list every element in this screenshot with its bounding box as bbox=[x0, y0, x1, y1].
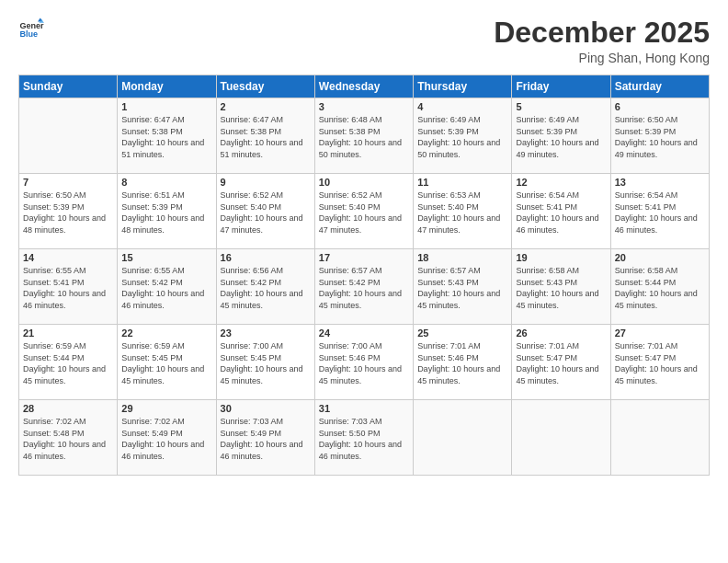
day-cell: 22Sunrise: 6:59 AM Sunset: 5:45 PM Dayli… bbox=[118, 325, 216, 400]
col-header-friday: Friday bbox=[512, 75, 610, 98]
day-info: Sunrise: 7:01 AM Sunset: 5:47 PM Dayligh… bbox=[516, 340, 606, 386]
day-info: Sunrise: 6:48 AM Sunset: 5:38 PM Dayligh… bbox=[319, 114, 409, 160]
day-cell: 2Sunrise: 6:47 AM Sunset: 5:38 PM Daylig… bbox=[216, 98, 314, 174]
day-number: 5 bbox=[516, 101, 606, 112]
day-cell: 7Sunrise: 6:50 AM Sunset: 5:39 PM Daylig… bbox=[19, 174, 118, 249]
day-number: 30 bbox=[221, 403, 311, 414]
day-info: Sunrise: 6:58 AM Sunset: 5:44 PM Dayligh… bbox=[615, 265, 705, 311]
day-cell: 25Sunrise: 7:01 AM Sunset: 5:46 PM Dayli… bbox=[414, 325, 512, 400]
day-cell: 19Sunrise: 6:58 AM Sunset: 5:43 PM Dayli… bbox=[512, 249, 610, 325]
calendar-page: General Blue December 2025 Ping Shan, Ho… bbox=[0, 0, 728, 563]
day-number: 18 bbox=[417, 252, 507, 263]
day-info: Sunrise: 6:49 AM Sunset: 5:39 PM Dayligh… bbox=[417, 114, 507, 160]
day-cell: 23Sunrise: 7:00 AM Sunset: 5:45 PM Dayli… bbox=[216, 325, 314, 400]
calendar-table: SundayMondayTuesdayWednesdayThursdayFrid… bbox=[18, 75, 710, 476]
day-info: Sunrise: 6:52 AM Sunset: 5:40 PM Dayligh… bbox=[319, 190, 409, 236]
day-number: 12 bbox=[516, 177, 606, 188]
day-info: Sunrise: 6:57 AM Sunset: 5:42 PM Dayligh… bbox=[319, 265, 409, 311]
day-number: 8 bbox=[121, 177, 211, 188]
week-row-5: 28Sunrise: 7:02 AM Sunset: 5:48 PM Dayli… bbox=[19, 400, 710, 476]
day-info: Sunrise: 6:53 AM Sunset: 5:40 PM Dayligh… bbox=[417, 190, 507, 236]
day-cell: 28Sunrise: 7:02 AM Sunset: 5:48 PM Dayli… bbox=[19, 400, 118, 476]
day-info: Sunrise: 6:55 AM Sunset: 5:42 PM Dayligh… bbox=[121, 265, 211, 311]
col-header-thursday: Thursday bbox=[414, 75, 512, 98]
day-number: 9 bbox=[221, 177, 311, 188]
day-info: Sunrise: 6:51 AM Sunset: 5:39 PM Dayligh… bbox=[121, 190, 211, 236]
day-info: Sunrise: 6:47 AM Sunset: 5:38 PM Dayligh… bbox=[121, 114, 211, 160]
day-number: 29 bbox=[121, 403, 211, 414]
day-number: 26 bbox=[516, 327, 606, 339]
day-cell bbox=[19, 98, 118, 174]
day-info: Sunrise: 7:02 AM Sunset: 5:48 PM Dayligh… bbox=[23, 416, 113, 462]
day-cell: 8Sunrise: 6:51 AM Sunset: 5:39 PM Daylig… bbox=[118, 174, 216, 249]
day-cell: 17Sunrise: 6:57 AM Sunset: 5:42 PM Dayli… bbox=[314, 249, 413, 325]
day-number: 17 bbox=[319, 252, 409, 263]
month-title: December 2025 bbox=[494, 17, 710, 49]
day-number: 10 bbox=[319, 177, 409, 188]
day-cell: 21Sunrise: 6:59 AM Sunset: 5:44 PM Dayli… bbox=[19, 325, 118, 400]
day-info: Sunrise: 6:50 AM Sunset: 5:39 PM Dayligh… bbox=[615, 114, 705, 160]
day-number: 4 bbox=[417, 101, 507, 112]
header: General Blue December 2025 Ping Shan, Ho… bbox=[18, 17, 710, 65]
day-number: 28 bbox=[23, 403, 113, 414]
day-number: 1 bbox=[121, 101, 211, 112]
day-info: Sunrise: 7:01 AM Sunset: 5:46 PM Dayligh… bbox=[417, 340, 507, 386]
day-cell: 24Sunrise: 7:00 AM Sunset: 5:46 PM Dayli… bbox=[314, 325, 413, 400]
day-info: Sunrise: 6:54 AM Sunset: 5:41 PM Dayligh… bbox=[615, 190, 705, 236]
col-header-wednesday: Wednesday bbox=[314, 75, 413, 98]
week-row-3: 14Sunrise: 6:55 AM Sunset: 5:41 PM Dayli… bbox=[19, 249, 710, 325]
day-number: 23 bbox=[221, 327, 311, 339]
day-info: Sunrise: 6:49 AM Sunset: 5:39 PM Dayligh… bbox=[516, 114, 606, 160]
day-number: 21 bbox=[23, 327, 113, 339]
day-number: 20 bbox=[615, 252, 705, 263]
day-cell: 6Sunrise: 6:50 AM Sunset: 5:39 PM Daylig… bbox=[610, 98, 709, 174]
day-info: Sunrise: 6:56 AM Sunset: 5:42 PM Dayligh… bbox=[221, 265, 311, 311]
location: Ping Shan, Hong Kong bbox=[494, 51, 710, 65]
day-number: 27 bbox=[615, 327, 705, 339]
day-number: 19 bbox=[516, 252, 606, 263]
day-cell bbox=[414, 400, 512, 476]
day-info: Sunrise: 6:52 AM Sunset: 5:40 PM Dayligh… bbox=[221, 190, 311, 236]
day-info: Sunrise: 7:02 AM Sunset: 5:49 PM Dayligh… bbox=[121, 416, 211, 462]
day-cell bbox=[512, 400, 610, 476]
day-number: 31 bbox=[319, 403, 409, 414]
day-cell: 29Sunrise: 7:02 AM Sunset: 5:49 PM Dayli… bbox=[118, 400, 216, 476]
day-info: Sunrise: 6:58 AM Sunset: 5:43 PM Dayligh… bbox=[516, 265, 606, 311]
col-header-sunday: Sunday bbox=[19, 75, 118, 98]
week-row-2: 7Sunrise: 6:50 AM Sunset: 5:39 PM Daylig… bbox=[19, 174, 710, 249]
day-cell: 4Sunrise: 6:49 AM Sunset: 5:39 PM Daylig… bbox=[414, 98, 512, 174]
day-number: 24 bbox=[319, 327, 409, 339]
day-cell: 13Sunrise: 6:54 AM Sunset: 5:41 PM Dayli… bbox=[610, 174, 709, 249]
day-cell: 5Sunrise: 6:49 AM Sunset: 5:39 PM Daylig… bbox=[512, 98, 610, 174]
day-cell: 15Sunrise: 6:55 AM Sunset: 5:42 PM Dayli… bbox=[118, 249, 216, 325]
day-info: Sunrise: 7:03 AM Sunset: 5:50 PM Dayligh… bbox=[319, 416, 409, 462]
day-number: 22 bbox=[121, 327, 211, 339]
logo: General Blue bbox=[18, 17, 44, 42]
day-info: Sunrise: 6:59 AM Sunset: 5:45 PM Dayligh… bbox=[121, 340, 211, 386]
day-cell: 14Sunrise: 6:55 AM Sunset: 5:41 PM Dayli… bbox=[19, 249, 118, 325]
day-cell: 1Sunrise: 6:47 AM Sunset: 5:38 PM Daylig… bbox=[118, 98, 216, 174]
logo-icon: General Blue bbox=[18, 17, 44, 42]
day-info: Sunrise: 6:55 AM Sunset: 5:41 PM Dayligh… bbox=[23, 265, 113, 311]
svg-text:Blue: Blue bbox=[19, 29, 38, 39]
day-cell: 31Sunrise: 7:03 AM Sunset: 5:50 PM Dayli… bbox=[314, 400, 413, 476]
week-row-1: 1Sunrise: 6:47 AM Sunset: 5:38 PM Daylig… bbox=[19, 98, 710, 174]
day-cell: 20Sunrise: 6:58 AM Sunset: 5:44 PM Dayli… bbox=[610, 249, 709, 325]
day-number: 7 bbox=[23, 177, 113, 188]
day-number: 6 bbox=[615, 101, 705, 112]
week-row-4: 21Sunrise: 6:59 AM Sunset: 5:44 PM Dayli… bbox=[19, 325, 710, 400]
day-info: Sunrise: 7:03 AM Sunset: 5:49 PM Dayligh… bbox=[221, 416, 311, 462]
day-cell: 12Sunrise: 6:54 AM Sunset: 5:41 PM Dayli… bbox=[512, 174, 610, 249]
header-row: SundayMondayTuesdayWednesdayThursdayFrid… bbox=[19, 75, 710, 98]
day-info: Sunrise: 7:00 AM Sunset: 5:46 PM Dayligh… bbox=[319, 340, 409, 386]
day-cell: 18Sunrise: 6:57 AM Sunset: 5:43 PM Dayli… bbox=[414, 249, 512, 325]
day-number: 3 bbox=[319, 101, 409, 112]
day-number: 25 bbox=[417, 327, 507, 339]
title-block: December 2025 Ping Shan, Hong Kong bbox=[494, 17, 710, 65]
day-info: Sunrise: 6:59 AM Sunset: 5:44 PM Dayligh… bbox=[23, 340, 113, 386]
day-cell: 30Sunrise: 7:03 AM Sunset: 5:49 PM Dayli… bbox=[216, 400, 314, 476]
day-cell bbox=[610, 400, 709, 476]
col-header-monday: Monday bbox=[118, 75, 216, 98]
day-number: 11 bbox=[417, 177, 507, 188]
day-number: 13 bbox=[615, 177, 705, 188]
